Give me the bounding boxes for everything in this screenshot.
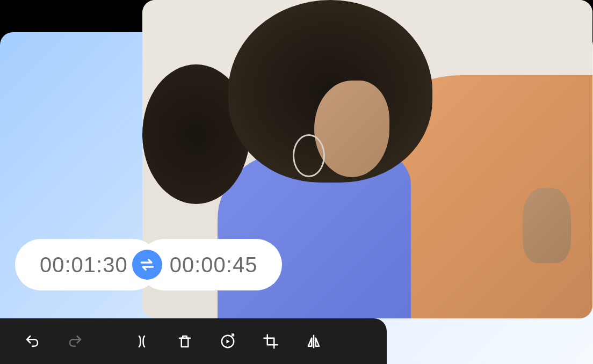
time-swap-control: 00:01:30 00:00:45 bbox=[15, 239, 282, 290]
figure-face bbox=[314, 81, 389, 177]
time-left-value: 00:01:30 bbox=[40, 253, 128, 277]
mirror-icon bbox=[306, 333, 322, 350]
time-right-value: 00:00:45 bbox=[170, 253, 258, 277]
split-button[interactable] bbox=[122, 325, 161, 358]
crop-button[interactable] bbox=[251, 325, 290, 358]
redo-icon bbox=[67, 333, 83, 350]
figure-arm bbox=[523, 188, 571, 263]
speed-button[interactable] bbox=[208, 325, 247, 358]
figure-earring bbox=[293, 134, 325, 177]
swap-icon bbox=[139, 256, 156, 273]
speed-icon bbox=[220, 333, 236, 350]
delete-button[interactable] bbox=[165, 325, 204, 358]
split-icon bbox=[134, 333, 150, 350]
swap-button[interactable] bbox=[132, 250, 162, 280]
trash-icon bbox=[177, 333, 193, 350]
redo-button[interactable] bbox=[56, 325, 95, 358]
undo-icon bbox=[24, 333, 40, 350]
mirror-button[interactable] bbox=[294, 325, 333, 358]
undo-button[interactable] bbox=[13, 325, 52, 358]
editor-toolbar bbox=[0, 318, 387, 364]
crop-icon bbox=[263, 333, 279, 350]
